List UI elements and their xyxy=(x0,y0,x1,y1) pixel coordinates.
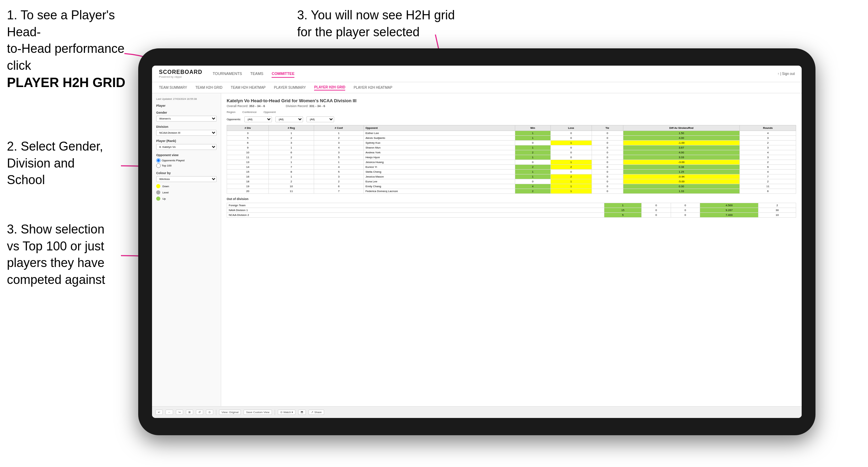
table-header-row: # Div # Reg # Conf Opponent Win Loss Tie… xyxy=(227,125,796,131)
out-of-division-row: Foreign Team 1 0 0 4.500 2 xyxy=(227,203,796,208)
tablet-screen: SCOREBOARD Powered by clippd TOURNAMENTS… xyxy=(152,66,802,418)
toolbar-redo[interactable]: ↪ xyxy=(176,410,183,415)
th-diff: Diff Av Strokes/Rnd xyxy=(623,125,740,131)
sidebar-top100-option[interactable]: Top 100 xyxy=(156,163,217,168)
table-row: 20 11 7 Federica Domecq Lacroze 2 1 0 1.… xyxy=(227,189,796,194)
legend-down: Down xyxy=(156,184,217,188)
sidebar-player-rank-select[interactable]: 8. Katelyn Vo xyxy=(156,144,217,150)
region-filter-label: Region xyxy=(227,111,235,114)
toolbar-share[interactable]: ↗ Share xyxy=(309,410,324,415)
sub-team-summary[interactable]: TEAM SUMMARY xyxy=(159,85,187,90)
sub-player-h2h-heatmap[interactable]: PLAYER H2H HEATMAP xyxy=(353,85,392,90)
nav-teams[interactable]: TEAMS xyxy=(250,70,263,78)
toolbar-grid[interactable]: ⊞ xyxy=(186,410,193,415)
logo-sub: Powered by clippd xyxy=(159,75,202,78)
out-of-division-row: NCAA Division 2 5 0 0 7.400 10 xyxy=(227,213,796,218)
out-of-division-row: NAIA Division 1 15 0 0 9.267 30 xyxy=(227,208,796,213)
table-row: 5 2 2 Alexis Sudjianto 1 0 0 4.00 3 xyxy=(227,136,796,141)
table-row: 14 7 4 Eunice Yi 2 2 0 0.38 9 xyxy=(227,165,796,170)
logo-text: SCOREBOARD xyxy=(159,69,202,75)
logo-area: SCOREBOARD Powered by clippd xyxy=(159,69,202,78)
sub-nav: TEAM SUMMARY TEAM H2H GRID TEAM H2H HEAT… xyxy=(152,82,802,93)
th-rounds: Rounds xyxy=(740,125,796,131)
legend-level-label: Level xyxy=(162,191,169,194)
sub-team-h2h-heatmap[interactable]: TEAM H2H HEATMAP xyxy=(231,85,266,90)
main-content: Last Updated: 27/03/2024 16:55:38 Player… xyxy=(152,93,802,418)
table-row: 19 10 6 Emily Chang 4 1 0 0.30 11 xyxy=(227,184,796,189)
sidebar-colour-section: Colour by Win/loss Down Level Up xyxy=(156,171,217,201)
sub-player-summary[interactable]: PLAYER SUMMARY xyxy=(274,85,306,90)
out-of-division-label: Out of division xyxy=(227,197,796,201)
legend-up-dot xyxy=(156,197,160,201)
sub-team-h2h-grid[interactable]: TEAM H2H GRID xyxy=(196,85,223,90)
opponents-label: Opponents: xyxy=(227,118,241,121)
tablet-frame: SCOREBOARD Powered by clippd TOURNAMENTS… xyxy=(138,48,815,435)
grid-records: Overall Record: 353 - 34 - 6 Division Re… xyxy=(227,104,796,108)
bottom-toolbar: ↩ ← ↪ ⊞ ↺ ⊙ View: Original Save Custom V… xyxy=(152,406,802,418)
h2h-table: # Div # Reg # Conf Opponent Win Loss Tie… xyxy=(227,125,796,194)
instruction-top-left: 1. To see a Player's Head- to-Head perfo… xyxy=(7,7,152,92)
table-row: 13 1 1 Jessica Huang 0 1 0 -3.00 2 xyxy=(227,160,796,165)
th-conf: # Conf xyxy=(314,125,364,131)
nav-tournaments[interactable]: TOURNAMENTS xyxy=(213,70,242,78)
toolbar-info[interactable]: ⊙ xyxy=(206,410,213,415)
toolbar-watch[interactable]: ⊙ Watch ▾ xyxy=(278,410,296,415)
toolbar-divider-1 xyxy=(216,410,216,415)
conference-filter-label: Conference xyxy=(242,111,256,114)
conference-filter-group: Conference xyxy=(242,111,256,114)
sign-out-link[interactable]: ↑ | Sign out xyxy=(777,72,795,76)
sidebar-player-label: Player xyxy=(156,104,217,107)
legend-up-label: Up xyxy=(162,197,166,200)
legend-up: Up xyxy=(156,197,217,201)
sidebar-player-section: Player xyxy=(156,104,217,107)
division-record: Division Record: 331 - 34 - 6 xyxy=(286,104,325,108)
nav-links: TOURNAMENTS TEAMS COMMITTEE xyxy=(213,70,778,78)
table-row: 10 6 3 Andrea York 2 0 0 4.00 4 xyxy=(227,150,796,155)
toolbar-undo[interactable]: ↩ xyxy=(155,410,163,415)
conference-select[interactable]: (All) xyxy=(275,116,303,122)
instruction-top-right: 3. You will now see H2H gridfor the play… xyxy=(297,7,455,40)
th-reg: # Reg xyxy=(268,125,314,131)
legend-down-dot xyxy=(156,184,160,188)
sidebar-player-rank-section: Player (Rank) 8. Katelyn Vo xyxy=(156,139,217,150)
toolbar-divider-2 xyxy=(275,410,275,415)
opponent-filter-label: Opponent xyxy=(264,111,276,114)
nav-committee[interactable]: COMMITTEE xyxy=(272,70,294,78)
nav-bar: SCOREBOARD Powered by clippd TOURNAMENTS… xyxy=(152,66,802,82)
instruction-bottom-left: 3. Show selection vs Top 100 or just pla… xyxy=(7,221,105,288)
th-div: # Div xyxy=(227,125,269,131)
table-row: 16 1 3 Jessica Mason 1 2 0 -0.94 7 xyxy=(227,174,796,179)
table-row: 11 2 5 Heejo Hyun 1 0 0 3.33 3 xyxy=(227,155,796,160)
toolbar-save-custom-view[interactable]: Save Custom View xyxy=(244,410,272,415)
toolbar-back[interactable]: ← xyxy=(166,410,173,415)
grid-title: Katelyn Vo Head-to-Head Grid for Women's… xyxy=(227,98,796,103)
table-row: 15 8 5 Stella Cheng 1 0 0 1.25 4 xyxy=(227,170,796,174)
sidebar-opponents-played-option[interactable]: Opponents Played xyxy=(156,158,217,163)
toolbar-refresh[interactable]: ↺ xyxy=(196,410,203,415)
sidebar-opponent-view-label: Opponent view xyxy=(156,153,217,157)
sidebar-gender-label: Gender xyxy=(156,111,217,114)
opponent-filter-group: Opponent xyxy=(264,111,276,114)
legend-down-label: Down xyxy=(162,185,169,188)
sub-player-h2h-grid[interactable]: PLAYER H2H GRID xyxy=(314,85,345,90)
sidebar-division-select[interactable]: NCAA Division III xyxy=(156,130,217,136)
sidebar-colour-select[interactable]: Win/loss xyxy=(156,176,217,182)
table-row: 3 1 1 Esther Lee 1 0 0 1.50 4 xyxy=(227,131,796,136)
filter-row: Region Conference Opponent xyxy=(227,111,796,114)
opponents-select[interactable]: (All) xyxy=(244,116,272,122)
sidebar-division-label: Division xyxy=(156,125,217,128)
opponents-played-radio[interactable] xyxy=(156,158,161,163)
toolbar-view-original[interactable]: View: Original xyxy=(219,410,241,415)
opponent-select[interactable]: (All) xyxy=(306,116,334,122)
legend-level-dot xyxy=(156,190,160,194)
sidebar-opponent-view-section: Opponent view Opponents Played Top 100 xyxy=(156,153,217,168)
legend-level: Level xyxy=(156,190,217,194)
sidebar: Last Updated: 27/03/2024 16:55:38 Player… xyxy=(152,93,221,418)
sidebar-player-rank-label: Player (Rank) xyxy=(156,139,217,143)
top100-radio[interactable] xyxy=(156,163,161,168)
sidebar-gender-select[interactable]: Women's xyxy=(156,116,217,122)
grid-area: Katelyn Vo Head-to-Head Grid for Women's… xyxy=(221,93,802,418)
table-row: 18 2 2 Euna Lee 0 1 0 -5.00 2 xyxy=(227,179,796,184)
toolbar-layout[interactable]: ⬒ xyxy=(298,410,306,415)
th-win: Win xyxy=(515,125,550,131)
